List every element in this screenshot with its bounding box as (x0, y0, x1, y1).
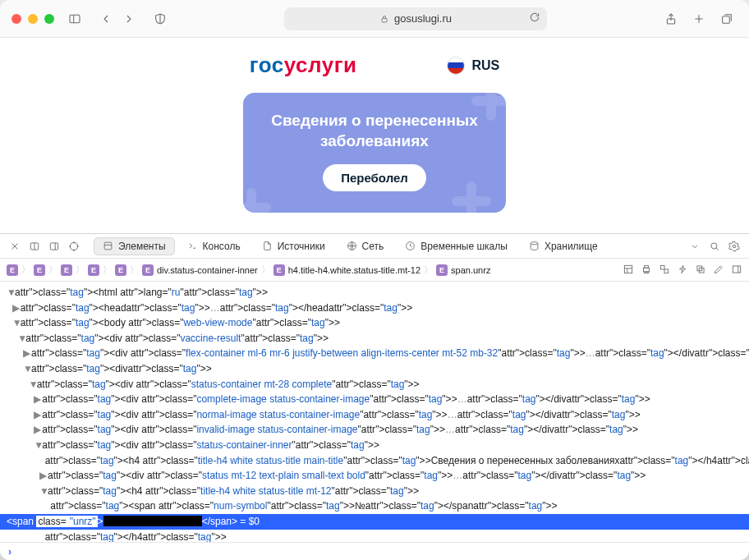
tab-timelines[interactable]: Временные шкалы (396, 237, 517, 255)
sidebar-toggle-button[interactable] (64, 8, 85, 30)
svg-rect-35 (664, 269, 669, 273)
lock-icon (379, 14, 389, 24)
reload-button[interactable] (529, 11, 540, 25)
tab-network[interactable]: Сеть (338, 237, 393, 255)
edit-icon[interactable] (713, 264, 724, 277)
svg-rect-7 (723, 16, 730, 23)
dock-side-button[interactable] (26, 238, 43, 255)
force-state-icon[interactable] (659, 264, 670, 277)
svg-rect-19 (104, 242, 112, 250)
svg-rect-12 (50, 242, 57, 249)
back-button[interactable] (95, 8, 117, 30)
address-bar[interactable]: gosuslugi.ru (284, 7, 547, 30)
share-button[interactable] (660, 8, 682, 30)
svg-point-25 (711, 242, 717, 248)
flag-ru-icon (447, 57, 465, 75)
svg-point-24 (531, 242, 538, 245)
svg-rect-33 (645, 271, 649, 273)
tab-sources[interactable]: Источники (253, 237, 334, 255)
dock-detach-button[interactable] (46, 238, 62, 255)
browser-titlebar: gosuslugi.ru (0, 0, 749, 38)
svg-rect-3 (382, 18, 387, 22)
redacted-text (103, 516, 202, 526)
language-label: RUS (471, 58, 499, 73)
site-logo[interactable]: госуслуги (250, 53, 357, 78)
safari-window: gosuslugi.ru госуслуги RUS Сведения о (0, 0, 749, 560)
window-controls (11, 14, 54, 24)
svg-rect-34 (660, 265, 664, 269)
dom-tree[interactable]: ▼attr">class="tag"><html attr">lang="ru"… (0, 282, 749, 542)
minimize-window-button[interactable] (28, 14, 38, 24)
print-styles-icon[interactable] (641, 264, 652, 277)
web-inspector: Элементы Консоль Источники Сеть Временны… (0, 233, 749, 560)
console-prompt-icon: › (8, 546, 11, 558)
close-window-button[interactable] (11, 14, 21, 24)
svg-rect-32 (645, 265, 649, 268)
new-tab-button[interactable] (688, 8, 710, 30)
tab-storage[interactable]: Хранилище (520, 237, 607, 255)
webpage-viewport: госуслуги RUS Сведения о перенесенныхзаб… (0, 38, 749, 233)
svg-rect-31 (644, 268, 650, 272)
breadcrumb-item[interactable]: h4.title-h4.white.status-title.mt-12 (288, 265, 420, 275)
status-card: Сведения о перенесенныхзаболеваниях Пере… (243, 93, 506, 213)
maximize-window-button[interactable] (44, 14, 54, 24)
forward-button[interactable] (118, 8, 140, 30)
language-selector[interactable]: RUS (447, 57, 499, 75)
search-button[interactable] (706, 238, 723, 255)
layout-tool-icon[interactable] (623, 264, 634, 277)
more-tabs-button[interactable] (687, 238, 703, 255)
devtools-toolbar: Элементы Консоль Источники Сеть Временны… (0, 234, 749, 259)
paint-flashing-icon[interactable] (677, 264, 688, 277)
breadcrumb-item[interactable]: div.status-container-inner (157, 265, 258, 275)
recovered-button[interactable]: Переболел (323, 164, 426, 191)
toggle-panel-icon[interactable] (731, 264, 742, 277)
console-drawer[interactable]: › (0, 542, 749, 560)
close-devtools-button[interactable] (7, 238, 23, 255)
element-badge-icon: E (7, 264, 18, 276)
svg-rect-37 (699, 268, 704, 273)
element-picker-button[interactable] (66, 238, 82, 255)
privacy-shield-button[interactable] (149, 8, 171, 30)
svg-point-27 (733, 245, 736, 248)
svg-rect-36 (697, 265, 702, 270)
address-bar-host: gosuslugi.ru (394, 12, 452, 25)
card-title: Сведения о перенесенныхзаболеваниях (258, 111, 491, 151)
tab-elements[interactable]: Элементы (94, 237, 175, 255)
breadcrumb-item[interactable]: span.unrz (451, 265, 490, 275)
breadcrumb-bar: E〉 E〉 E〉 E〉 E〉 E div.status-container-in… (0, 259, 749, 282)
compositing-icon[interactable] (695, 264, 706, 277)
svg-rect-0 (70, 15, 80, 22)
svg-rect-38 (733, 265, 740, 272)
tab-console[interactable]: Консоль (178, 237, 250, 255)
selected-dom-node[interactable]: <span class="unrz"></span> = $0 (0, 514, 749, 530)
svg-line-26 (716, 248, 719, 250)
settings-button[interactable] (726, 238, 742, 255)
svg-rect-28 (624, 265, 632, 273)
tabs-overview-button[interactable] (716, 8, 738, 30)
svg-point-14 (70, 242, 77, 250)
